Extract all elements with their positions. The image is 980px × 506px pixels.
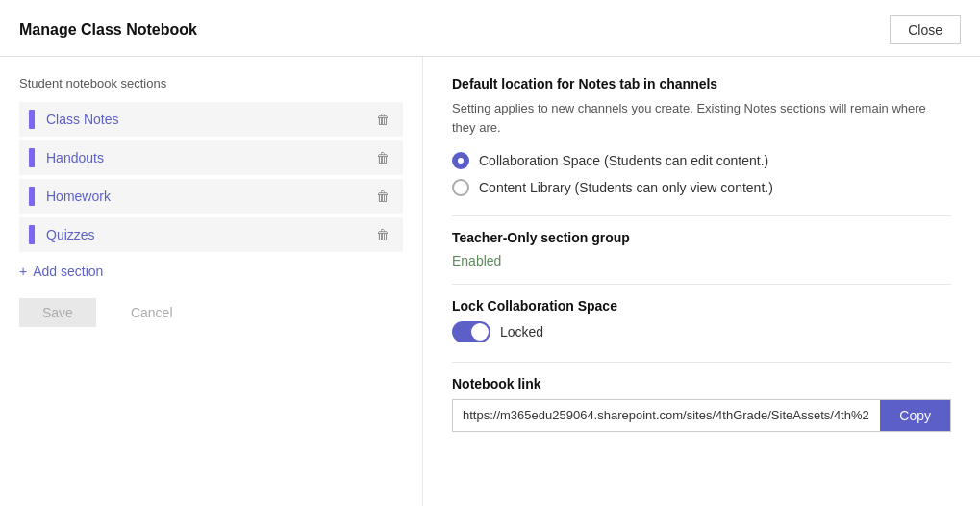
radio-group: Collaboration Space (Students can edit c… xyxy=(452,152,951,196)
teacher-section-title: Teacher-Only section group xyxy=(452,230,951,245)
section-item-handouts: Handouts 🗑 xyxy=(19,140,403,175)
radio-content-library[interactable]: Content Library (Students can only view … xyxy=(452,179,951,196)
plus-icon: + xyxy=(19,264,27,279)
add-section-label: Add section xyxy=(33,264,103,279)
section-name-quizzes: Quizzes xyxy=(46,227,372,242)
left-panel: Student notebook sections Class Notes 🗑 … xyxy=(0,57,423,506)
action-buttons: Save Cancel xyxy=(19,298,403,327)
radio-option2-label: Content Library (Students can only view … xyxy=(479,180,773,195)
radio-collaboration-space[interactable]: Collaboration Space (Students can edit c… xyxy=(452,152,951,169)
section-item-quizzes: Quizzes 🗑 xyxy=(19,217,403,252)
link-row: https://m365edu259064.sharepoint.com/sit… xyxy=(452,399,951,432)
section-item-class-notes: Class Notes 🗑 xyxy=(19,102,403,137)
lock-section-title: Lock Collaboration Space xyxy=(452,298,951,314)
add-section-button[interactable]: + Add section xyxy=(19,264,403,279)
toggle-knob xyxy=(471,323,489,341)
teacher-only-section: Teacher-Only section group Enabled xyxy=(452,230,951,268)
delete-quizzes-icon[interactable]: 🗑 xyxy=(372,225,393,244)
copy-button[interactable]: Copy xyxy=(880,400,950,431)
radio-option1-label: Collaboration Space (Students can edit c… xyxy=(479,153,768,168)
section-name-handouts: Handouts xyxy=(46,150,372,165)
divider-1 xyxy=(452,215,951,216)
teacher-status: Enabled xyxy=(452,253,951,268)
drag-handle-quizzes[interactable] xyxy=(29,225,35,244)
page-title: Manage Class Notebook xyxy=(19,21,197,38)
right-panel: Default location for Notes tab in channe… xyxy=(423,57,980,506)
section-name-homework: Homework xyxy=(46,189,372,204)
delete-homework-icon[interactable]: 🗑 xyxy=(372,187,393,206)
notebook-link-section: Notebook link https://m365edu259064.shar… xyxy=(452,376,951,432)
radio-filled-icon xyxy=(452,152,469,169)
lock-section: Lock Collaboration Space Locked xyxy=(452,298,951,342)
save-button[interactable]: Save xyxy=(19,298,96,327)
section-item-homework: Homework 🗑 xyxy=(19,179,403,214)
drag-handle-homework[interactable] xyxy=(29,187,35,206)
divider-3 xyxy=(452,362,951,363)
lock-toggle-label: Locked xyxy=(500,324,543,340)
notes-tab-section: Default location for Notes tab in channe… xyxy=(452,76,951,196)
cancel-button[interactable]: Cancel xyxy=(108,298,196,327)
drag-handle-handouts[interactable] xyxy=(29,148,35,167)
notebook-link-title: Notebook link xyxy=(452,376,951,392)
main-container: Student notebook sections Class Notes 🗑 … xyxy=(0,57,980,506)
lock-toggle[interactable] xyxy=(452,321,490,342)
notes-section-title: Default location for Notes tab in channe… xyxy=(452,76,951,91)
notes-section-description: Setting applies to new channels you crea… xyxy=(452,99,951,137)
toggle-row: Locked xyxy=(452,321,951,342)
section-list: Class Notes 🗑 Handouts 🗑 Homework 🗑 Quiz… xyxy=(19,102,403,252)
notebook-url: https://m365edu259064.sharepoint.com/sit… xyxy=(453,400,880,431)
delete-class-notes-icon[interactable]: 🗑 xyxy=(372,110,393,129)
radio-empty-icon xyxy=(452,179,469,196)
student-sections-title: Student notebook sections xyxy=(19,76,403,90)
close-button[interactable]: Close xyxy=(890,15,961,44)
section-name-class-notes: Class Notes xyxy=(46,112,372,127)
drag-handle-class-notes[interactable] xyxy=(29,110,35,129)
divider-2 xyxy=(452,284,951,285)
delete-handouts-icon[interactable]: 🗑 xyxy=(372,148,393,167)
header: Manage Class Notebook Close xyxy=(0,0,980,57)
